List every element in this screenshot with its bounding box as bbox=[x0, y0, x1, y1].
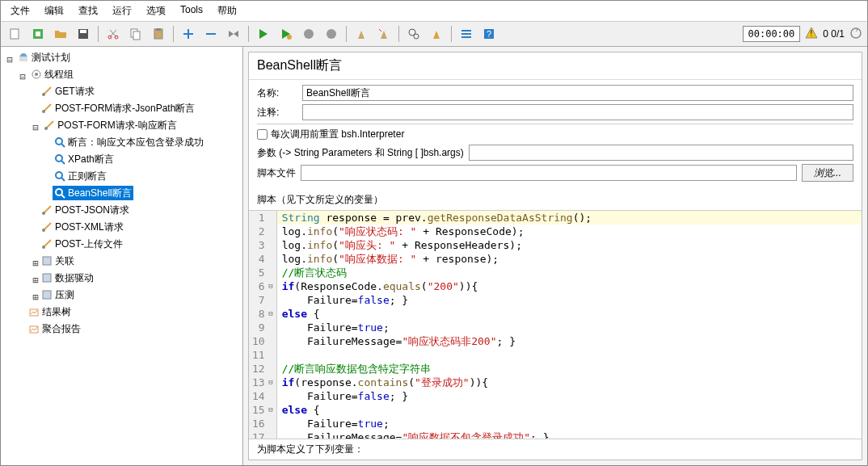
collapse-button[interactable] bbox=[201, 24, 221, 44]
menu-file[interactable]: 文件 bbox=[4, 2, 36, 19]
sampler-icon bbox=[41, 103, 53, 114]
tree-label: 结果树 bbox=[42, 304, 71, 319]
tree-post-json[interactable]: POST-JSON请求 bbox=[40, 203, 131, 217]
clear-all-button[interactable] bbox=[374, 24, 394, 44]
tree-expander[interactable]: ⊟ bbox=[6, 52, 14, 67]
tree-xpath-assert[interactable]: XPath断言 bbox=[53, 152, 116, 166]
name-label: 名称: bbox=[257, 86, 297, 100]
details-panel: BeanShell断言 名称: 注释: 每次调用前重置 bsh.Interpre… bbox=[243, 47, 867, 465]
separator bbox=[346, 26, 347, 42]
params-input[interactable] bbox=[469, 145, 853, 161]
tree-expander[interactable]: ⊟ bbox=[32, 120, 40, 135]
reload-icon[interactable] bbox=[849, 27, 862, 42]
assertion-icon bbox=[54, 136, 65, 148]
svg-rect-4 bbox=[80, 30, 86, 33]
expand-button[interactable] bbox=[179, 24, 198, 44]
tree-post-form-json[interactable]: POST-FORM请求-JsonPath断言 bbox=[40, 101, 196, 115]
copy-button[interactable] bbox=[126, 24, 145, 44]
tree-label: POST-JSON请求 bbox=[55, 203, 129, 217]
comment-label: 注释: bbox=[257, 106, 297, 120]
help-button[interactable]: ? bbox=[479, 24, 499, 44]
tree-post-xml[interactable]: POST-XML请求 bbox=[40, 220, 125, 234]
tree-compress[interactable]: 压测 bbox=[40, 288, 76, 302]
tree-get-request[interactable]: GET请求 bbox=[40, 84, 96, 99]
tree-test-plan[interactable]: 测试计划 bbox=[16, 50, 72, 65]
run-button[interactable] bbox=[254, 24, 273, 44]
timer-display: 00:00:00 bbox=[743, 26, 801, 42]
script-file-label: 脚本文件 bbox=[257, 166, 296, 180]
listener-icon bbox=[28, 323, 40, 334]
menu-search[interactable]: 查找 bbox=[72, 2, 104, 19]
tree-relation[interactable]: 关联 bbox=[40, 254, 76, 268]
tree-data-driven[interactable]: 数据驱动 bbox=[40, 271, 95, 285]
controller-icon bbox=[41, 272, 53, 283]
tree-assert-response[interactable]: 断言：响应文本应包含登录成功 bbox=[53, 135, 205, 149]
svg-rect-36 bbox=[43, 257, 51, 265]
save-button[interactable] bbox=[74, 24, 93, 44]
svg-point-11 bbox=[287, 35, 292, 40]
tree-post-upload[interactable]: POST-上传文件 bbox=[40, 237, 124, 251]
tree-expander[interactable]: ⊞ bbox=[32, 256, 40, 271]
sampler-icon bbox=[41, 221, 53, 233]
svg-text:!: ! bbox=[811, 29, 813, 38]
tree-expander[interactable]: ⊟ bbox=[19, 69, 27, 84]
tree-label: 数据驱动 bbox=[55, 271, 94, 285]
sampler-icon bbox=[41, 86, 53, 97]
search-button[interactable] bbox=[404, 24, 423, 44]
tree-expander[interactable]: ⊞ bbox=[32, 290, 40, 304]
tree-label: 正则断言 bbox=[68, 169, 107, 183]
svg-rect-37 bbox=[43, 274, 51, 282]
test-plan-tree[interactable]: ⊟ 测试计划 ⊟ 线程组 bbox=[1, 47, 243, 465]
tree-result-tree[interactable]: 结果树 bbox=[27, 304, 73, 319]
script-editor[interactable]: 1 2 3 4 5 6⊟7 8⊟9 10 11 12 13⊟14 15⊟16 1… bbox=[249, 210, 862, 439]
new-button[interactable] bbox=[6, 24, 25, 44]
menu-edit[interactable]: 编辑 bbox=[38, 2, 70, 19]
toggle-button[interactable] bbox=[224, 24, 243, 44]
svg-text:?: ? bbox=[487, 29, 491, 39]
menu-help[interactable]: 帮助 bbox=[211, 2, 243, 19]
function-button[interactable] bbox=[457, 24, 476, 44]
script-header: 脚本（见下文所定义的变量） bbox=[249, 190, 862, 210]
menu-tools[interactable]: Tools bbox=[174, 2, 209, 19]
controller-icon bbox=[41, 289, 53, 300]
tree-beanshell-assert[interactable]: BeanShell断言 bbox=[53, 186, 133, 200]
browse-button[interactable]: 浏览... bbox=[802, 164, 853, 182]
tree-label: POST-FORM请求-JsonPath断言 bbox=[55, 101, 195, 115]
svg-point-35 bbox=[42, 246, 45, 249]
paste-button[interactable] bbox=[149, 24, 168, 44]
open-button[interactable] bbox=[51, 24, 70, 44]
comment-input[interactable] bbox=[302, 104, 853, 120]
tree-expander[interactable]: ⊞ bbox=[32, 273, 40, 288]
reset-label: 每次调用前重置 bsh.Interpreter bbox=[271, 128, 404, 141]
svg-rect-10 bbox=[156, 28, 161, 31]
svg-point-30 bbox=[56, 155, 62, 162]
reset-checkbox[interactable] bbox=[257, 129, 268, 140]
separator bbox=[248, 26, 249, 42]
svg-point-33 bbox=[42, 212, 45, 215]
separator bbox=[398, 26, 399, 42]
stop-button[interactable] bbox=[299, 24, 318, 44]
name-input[interactable] bbox=[302, 85, 853, 101]
sampler-icon bbox=[41, 238, 53, 250]
threadgroup-icon bbox=[31, 69, 42, 80]
cut-button[interactable] bbox=[103, 24, 123, 44]
reset-search-button[interactable] bbox=[427, 24, 446, 44]
run-notimer-button[interactable] bbox=[276, 24, 296, 44]
tree-thread-group[interactable]: 线程组 bbox=[29, 67, 75, 82]
tree-label: 聚合报告 bbox=[42, 321, 81, 336]
toolbar: ? 00:00:00 ! 0 0/1 bbox=[1, 22, 867, 47]
tree-label: 断言：响应文本应包含登录成功 bbox=[68, 135, 204, 149]
script-file-input[interactable] bbox=[301, 165, 797, 181]
tree-regex-assert[interactable]: 正则断言 bbox=[53, 169, 108, 183]
svg-rect-16 bbox=[461, 30, 471, 31]
menu-options[interactable]: 选项 bbox=[140, 2, 172, 19]
svg-rect-8 bbox=[133, 31, 140, 40]
tree-aggregate[interactable]: 聚合报告 bbox=[27, 321, 82, 336]
tree-post-form-resp[interactable]: POST-FORM请求-响应断言 bbox=[42, 118, 178, 132]
menu-run[interactable]: 运行 bbox=[106, 2, 138, 19]
shutdown-button[interactable] bbox=[322, 24, 341, 44]
clear-button[interactable] bbox=[352, 24, 371, 44]
svg-point-27 bbox=[42, 110, 45, 113]
templates-button[interactable] bbox=[28, 24, 48, 44]
tree-label: POST-FORM请求-响应断言 bbox=[57, 118, 176, 132]
